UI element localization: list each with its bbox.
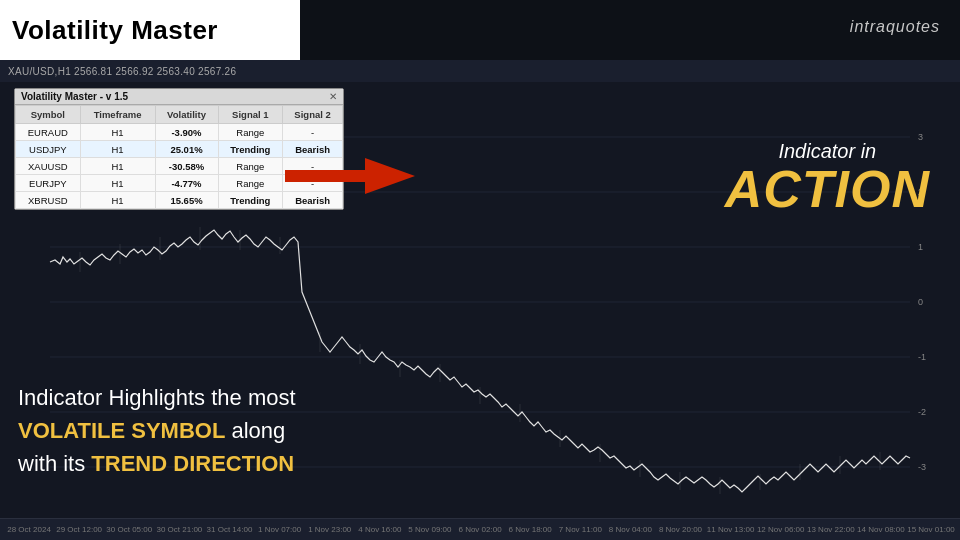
brand-label: intraquotes (850, 18, 940, 36)
overlay-line1: Indicator Highlights the most (18, 381, 296, 414)
cell-volatility: -30.58% (155, 158, 218, 175)
time-label: 30 Oct 05:00 (104, 525, 154, 534)
svg-marker-35 (285, 158, 415, 194)
table-row: EURAUD H1 -3.90% Range - (16, 124, 343, 141)
svg-text:0: 0 (918, 297, 923, 307)
cell-volatility: -3.90% (155, 124, 218, 141)
time-label: 29 Oct 12:00 (54, 525, 104, 534)
cell-symbol: EURAUD (16, 124, 81, 141)
time-label: 31 Oct 14:00 (204, 525, 254, 534)
svg-text:-2: -2 (918, 407, 926, 417)
cell-signal1: Range (218, 175, 283, 192)
cell-symbol: XBRUSD (16, 192, 81, 209)
col-volatility: Volatility (155, 106, 218, 124)
text-overlay: Indicator Highlights the most VOLATILE S… (18, 381, 296, 480)
cell-timeframe: H1 (80, 141, 155, 158)
time-label: 5 Nov 09:00 (405, 525, 455, 534)
time-axis: 28 Oct 202429 Oct 12:0030 Oct 05:0030 Oc… (0, 518, 960, 540)
overlay-with: with its (18, 451, 91, 476)
cell-symbol: XAUUSD (16, 158, 81, 175)
chart-symbol: XAU/USD,H1 2566.81 2566.92 2563.40 2567.… (8, 66, 236, 77)
time-label: 30 Oct 21:00 (154, 525, 204, 534)
overlay-line2: VOLATILE SYMBOL along (18, 414, 296, 447)
cell-timeframe: H1 (80, 158, 155, 175)
chart-area: XAU/USD,H1 2566.81 2566.92 2563.40 2567.… (0, 60, 960, 540)
time-label: 1 Nov 23:00 (305, 525, 355, 534)
svg-text:-1: -1 (918, 352, 926, 362)
red-arrow (285, 158, 415, 194)
cell-volatility: 25.01% (155, 141, 218, 158)
table-row: USDJPY H1 25.01% Trending Bearish (16, 141, 343, 158)
time-label: 8 Nov 04:00 (605, 525, 655, 534)
overlay-along: along (232, 418, 286, 443)
indicator-title: Volatility Master - v 1.5 (21, 91, 128, 102)
cell-timeframe: H1 (80, 192, 155, 209)
cell-symbol: USDJPY (16, 141, 81, 158)
time-label: 15 Nov 01:00 (906, 525, 956, 534)
header-bar: Volatility Master (0, 0, 300, 60)
cell-signal1: Trending (218, 192, 283, 209)
svg-text:-3: -3 (918, 462, 926, 472)
time-label: 6 Nov 18:00 (505, 525, 555, 534)
col-signal1: Signal 1 (218, 106, 283, 124)
time-label: 8 Nov 20:00 (655, 525, 705, 534)
time-label: 28 Oct 2024 (4, 525, 54, 534)
table-row: XBRUSD H1 15.65% Trending Bearish (16, 192, 343, 209)
cell-signal2: - (283, 124, 343, 141)
cell-timeframe: H1 (80, 124, 155, 141)
cell-signal1: Trending (218, 141, 283, 158)
time-label: 14 Nov 08:00 (856, 525, 906, 534)
trend-direction-highlight: TREND DIRECTION (91, 451, 294, 476)
action-panel: Indicator in ACTION (725, 140, 930, 215)
close-icon[interactable]: ✕ (329, 91, 337, 102)
action-big-text: ACTION (725, 163, 930, 215)
cell-timeframe: H1 (80, 175, 155, 192)
time-label: 13 Nov 22:00 (806, 525, 856, 534)
time-label: 6 Nov 02:00 (455, 525, 505, 534)
cell-symbol: EURJPY (16, 175, 81, 192)
time-label: 11 Nov 13:00 (706, 525, 756, 534)
col-timeframe: Timeframe (80, 106, 155, 124)
time-label: 7 Nov 11:00 (555, 525, 605, 534)
chart-topbar: XAU/USD,H1 2566.81 2566.92 2563.40 2567.… (0, 60, 960, 82)
overlay-line3: with its TREND DIRECTION (18, 447, 296, 480)
volatile-symbol-highlight: VOLATILE SYMBOL (18, 418, 225, 443)
indicator-titlebar: Volatility Master - v 1.5 ✕ (15, 89, 343, 105)
cell-signal1: Range (218, 158, 283, 175)
svg-text:1: 1 (918, 242, 923, 252)
time-label: 12 Nov 06:00 (756, 525, 806, 534)
app-title: Volatility Master (12, 15, 218, 46)
cell-volatility: -4.77% (155, 175, 218, 192)
col-signal2: Signal 2 (283, 106, 343, 124)
time-label: 1 Nov 07:00 (255, 525, 305, 534)
cell-volatility: 15.65% (155, 192, 218, 209)
cell-signal1: Range (218, 124, 283, 141)
cell-signal2: Bearish (283, 192, 343, 209)
col-symbol: Symbol (16, 106, 81, 124)
cell-signal2: Bearish (283, 141, 343, 158)
time-label: 4 Nov 16:00 (355, 525, 405, 534)
